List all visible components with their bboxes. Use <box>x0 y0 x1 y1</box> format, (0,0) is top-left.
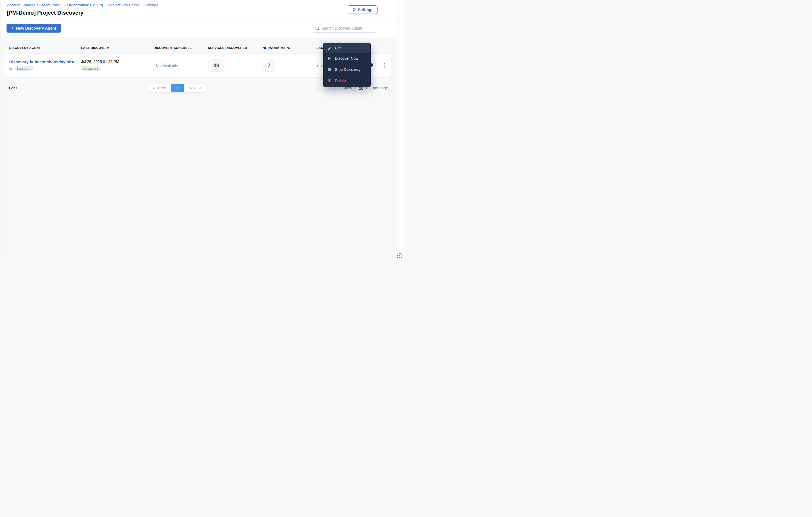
pagination-summary: 1 of 1 <box>8 86 18 90</box>
breadcrumb-account-link[interactable]: Account: Chaos Dev Team Prod2 <box>7 3 61 7</box>
next-page-button[interactable]: Next → <box>184 84 207 92</box>
agent-id-chip: kubeco... <box>14 66 34 71</box>
chevron-down-icon <box>365 87 368 89</box>
breadcrumb: Account: Chaos Dev Team Prod2 › Organiza… <box>7 3 158 7</box>
gear-icon: ⚙ <box>352 8 356 12</box>
kebab-dot <box>384 63 385 64</box>
menu-item-stop-discovery-label: Stop Discovery <box>335 67 360 72</box>
new-discovery-agent-label: New Discovery Agent <box>16 26 56 30</box>
pagination-control: ← Prev 1 Next → <box>148 84 206 92</box>
menu-item-delete-label: Delete <box>335 79 346 83</box>
row-context-menu: Edit Discover Now Stop Discovery Delete <box>323 43 371 87</box>
menu-item-discover-now[interactable]: Discover Now <box>324 53 370 64</box>
settings-button-label: Settings <box>358 8 373 12</box>
breadcrumb-organization-link[interactable]: Organization: PM-Org <box>67 3 103 7</box>
agent-name-link[interactable]: Discovery kubeconchaosdayinfra <box>9 59 74 64</box>
menu-item-discover-now-label: Discover Now <box>335 56 358 60</box>
arrow-left-icon: ← <box>153 86 156 90</box>
page-header: Account: Chaos Dev Team Prod2 › Organiza… <box>0 0 395 19</box>
trash-icon <box>327 79 332 83</box>
search-input[interactable] <box>322 26 374 30</box>
next-label: Next <box>188 86 197 90</box>
left-edge-strip <box>0 0 1 258</box>
pencil-icon <box>327 46 332 50</box>
last-discovery-cell: Jul 25, 2025 01:29 PM SUCCESS <box>81 59 119 72</box>
discovery-schedule-cell: Not Available <box>156 63 178 68</box>
menu-item-stop-discovery[interactable]: Stop Discovery <box>324 64 370 75</box>
column-header-discovery-agent: DISCOVERY AGENT <box>9 46 41 49</box>
breadcrumb-project-link[interactable]: Project: PM-Demo <box>109 3 139 7</box>
column-header-services-discovered: SERVICES DISCOVERED <box>208 46 247 49</box>
content-right-divider <box>395 0 395 258</box>
agent-id-row: Id: kubeco... <box>9 66 74 71</box>
plus-icon: + <box>11 26 14 30</box>
menu-item-edit-label: Edit <box>335 46 341 50</box>
chevron-right-icon: › <box>141 3 142 7</box>
prev-label: Prev <box>158 86 166 90</box>
column-header-discovery-schedule: DISCOVERY SCHEDULE <box>154 46 192 49</box>
status-badge: SUCCESS <box>81 66 101 72</box>
help-chat-icon[interactable] <box>396 252 404 258</box>
breadcrumb-settings-link[interactable]: Settings <box>145 3 158 7</box>
agent-id-label: Id: <box>9 66 13 71</box>
right-edge-strip <box>395 0 406 258</box>
settings-button[interactable]: ⚙ Settings <box>348 5 377 14</box>
stop-icon <box>327 68 332 71</box>
column-header-last-discovery: LAST DISCOVERY <box>81 46 110 49</box>
prev-page-button[interactable]: ← Prev <box>148 84 171 92</box>
kebab-dot <box>384 65 385 66</box>
network-maps-badge[interactable]: 7 <box>263 59 275 72</box>
page-number-button[interactable]: 1 <box>171 84 184 92</box>
toolbar: + New Discovery Agent <box>0 20 395 37</box>
play-icon <box>327 57 332 60</box>
services-discovered-badge[interactable]: 49 <box>208 59 225 72</box>
agent-cell: Discovery kubeconchaosdayinfra Id: kubec… <box>9 59 74 71</box>
arrow-right-icon: → <box>198 86 202 90</box>
per-page-label: per page <box>373 86 388 90</box>
menu-item-delete[interactable]: Delete <box>324 75 370 86</box>
search-box <box>312 24 377 33</box>
row-more-options-icon[interactable] <box>382 61 386 70</box>
search-icon <box>315 26 319 30</box>
menu-item-edit[interactable]: Edit <box>324 44 370 53</box>
chevron-right-icon: › <box>63 3 65 7</box>
kebab-dot <box>384 67 385 68</box>
project-discovery-page: Account: Chaos Dev Team Prod2 › Organiza… <box>0 0 406 258</box>
new-discovery-agent-button[interactable]: + New Discovery Agent <box>6 24 61 33</box>
column-header-network-maps: NETWORK MAPS <box>263 46 290 49</box>
last-discovery-time: Jul 25, 2025 01:29 PM <box>81 59 119 64</box>
page-title: [PM-Demo] Project Discovery <box>7 10 84 16</box>
chevron-right-icon: › <box>105 3 106 7</box>
